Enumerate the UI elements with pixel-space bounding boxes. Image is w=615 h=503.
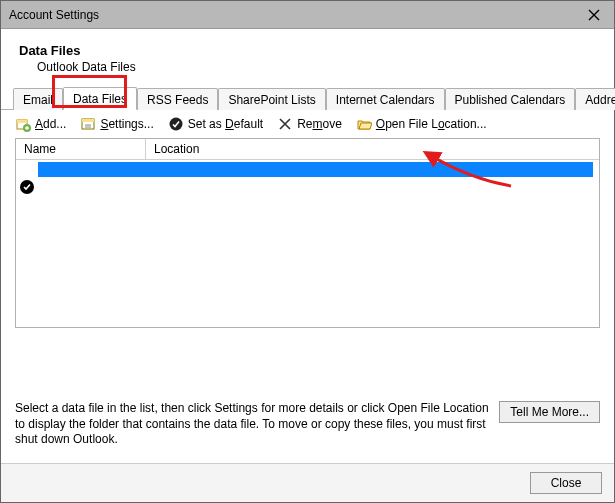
svg-rect-1 (17, 120, 27, 123)
set-default-label: Set as Default (188, 117, 263, 131)
close-window-button[interactable] (574, 1, 614, 29)
tell-me-more-button[interactable]: Tell Me More... (499, 401, 600, 423)
column-name[interactable]: Name (16, 139, 146, 159)
svg-rect-4 (82, 119, 94, 122)
add-icon (15, 116, 31, 132)
bottom-note: Select a data file in the list, then cli… (1, 391, 614, 448)
add-button[interactable]: Add... (15, 116, 66, 132)
toolbar: Add... Settings... Set as Default Remove… (1, 110, 614, 138)
header: Data Files Outlook Data Files (1, 29, 614, 84)
remove-icon (277, 116, 293, 132)
check-circle-icon (168, 116, 184, 132)
tab-published-calendars[interactable]: Published Calendars (445, 88, 576, 110)
tab-internet-calendars[interactable]: Internet Calendars (326, 88, 445, 110)
data-files-list: Name Location (15, 138, 600, 328)
tab-data-files[interactable]: Data Files (63, 87, 137, 110)
window-title: Account Settings (9, 8, 99, 22)
list-body[interactable] (16, 160, 599, 327)
column-location[interactable]: Location (146, 139, 599, 159)
tab-address-books[interactable]: Address Books (575, 88, 615, 110)
remove-button[interactable]: Remove (277, 116, 342, 132)
open-file-location-button[interactable]: Open File Location... (356, 116, 487, 132)
settings-button[interactable]: Settings... (80, 116, 153, 132)
header-subtitle: Outlook Data Files (37, 60, 596, 74)
tabs: Email Data Files RSS Feeds SharePoint Li… (1, 84, 614, 110)
titlebar: Account Settings (1, 1, 614, 29)
selected-row[interactable] (38, 162, 593, 177)
tab-email[interactable]: Email (13, 88, 63, 110)
settings-label: Settings... (100, 117, 153, 131)
note-text: Select a data file in the list, then cli… (15, 401, 489, 448)
close-button[interactable]: Close (530, 472, 602, 494)
add-label: Add... (35, 117, 66, 131)
tab-rss-feeds[interactable]: RSS Feeds (137, 88, 218, 110)
set-default-button[interactable]: Set as Default (168, 116, 263, 132)
list-header: Name Location (16, 139, 599, 160)
settings-icon (80, 116, 96, 132)
header-title: Data Files (19, 43, 596, 58)
open-file-location-label: Open File Location... (376, 117, 487, 131)
default-indicator-icon (20, 180, 34, 194)
close-icon (588, 9, 600, 21)
account-settings-window: Account Settings Data Files Outlook Data… (0, 0, 615, 503)
remove-label: Remove (297, 117, 342, 131)
folder-open-icon (356, 116, 372, 132)
footer: Close (1, 463, 614, 502)
tab-sharepoint[interactable]: SharePoint Lists (218, 88, 325, 110)
